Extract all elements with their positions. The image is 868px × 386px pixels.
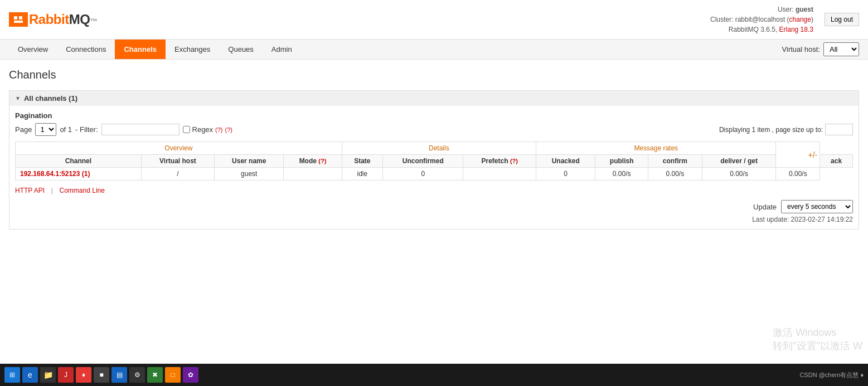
plus-minus-header[interactable]: +/- (776, 142, 820, 168)
filter-input[interactable] (101, 124, 180, 135)
displaying-label: Displaying 1 item , page size up to: (719, 126, 823, 134)
erlang-link[interactable]: Erlang 18.3 (779, 26, 813, 33)
cell-state: idle (342, 168, 382, 180)
svg-rect-3 (14, 21, 23, 23)
nav-item-channels[interactable]: Channels (115, 40, 166, 59)
cell-publish: 0.00/s (595, 168, 648, 180)
col-virtual-host: Virtual host (141, 155, 214, 168)
link-separator: | (51, 187, 53, 194)
mode-help-link[interactable]: (?) (318, 158, 326, 164)
cell-ack: 0.00/s (776, 168, 820, 180)
col-deliver-get: deliver / get (702, 155, 776, 168)
page-content: Channels ▼ All channels (1) Pagination P… (0, 60, 868, 247)
cell-user-name: guest (215, 168, 284, 180)
logo-text: RabbitMQ™ (29, 12, 98, 27)
overview-group-header: Overview (16, 142, 342, 155)
pagination-row: Page 1 of 1 - Filter: Regex (?) (?) (15, 123, 853, 136)
section-count: (1) (69, 94, 77, 102)
user-info: User: guest Cluster: rabbit@localhost (c… (710, 4, 813, 35)
nav-bar: Overview Connections Channels Exchanges … (0, 40, 868, 60)
col-state: State (342, 155, 382, 168)
command-line-link[interactable]: Command Line (60, 187, 105, 194)
cell-mode (284, 168, 342, 180)
cell-channel[interactable]: 192.168.64.1:52123 (1) (16, 168, 142, 180)
page-select[interactable]: 1 (35, 123, 56, 136)
cluster-label: Cluster: (710, 16, 733, 23)
cell-unacked: 0 (536, 168, 595, 180)
cluster-change-link[interactable]: change (789, 16, 811, 23)
logout-button[interactable]: Log out (825, 13, 859, 26)
http-api-link[interactable]: HTTP API (15, 187, 45, 194)
nav-item-connections[interactable]: Connections (57, 40, 115, 59)
update-select[interactable]: every 5 seconds every 10 seconds every 3… (781, 200, 853, 213)
col-confirm: confirm (648, 155, 702, 168)
message-rates-group-header: Message rates (536, 142, 776, 155)
nav-links: Overview Connections Channels Exchanges … (9, 40, 301, 59)
user-label: User: (778, 6, 794, 13)
col-ack: ack (820, 155, 853, 168)
cluster-value: rabbit@localhost (735, 16, 785, 23)
section-title: All channels (1) (24, 94, 77, 102)
regex-checkbox[interactable] (183, 126, 190, 133)
nav-item-admin[interactable]: Admin (263, 40, 301, 59)
pagination-right: Displaying 1 item , page size up to: 100 (719, 124, 853, 135)
logo-icon (9, 12, 28, 27)
regex-help1-link[interactable]: (?) (215, 126, 222, 133)
top-bar: RabbitMQ™ User: guest Cluster: rabbit@lo… (0, 0, 868, 40)
page-title: Channels (9, 69, 859, 81)
col-unacked: Unacked (536, 155, 595, 168)
last-update-value: 2023-02-27 14:19:22 (791, 216, 853, 223)
last-update: Last update: 2023-02-27 14:19:22 (15, 216, 853, 223)
section-body: Pagination Page 1 of 1 - Filter: Regex (… (9, 106, 859, 229)
section-title-label: All channels (24, 94, 67, 102)
cell-deliver-get: 0.00/s (702, 168, 776, 180)
nav-item-queues[interactable]: Queues (219, 40, 263, 59)
logo: RabbitMQ™ (9, 12, 98, 27)
update-row: Update every 5 seconds every 10 seconds … (15, 200, 853, 213)
channels-table: Overview Details Message rates +/- Chann… (15, 141, 853, 180)
username: guest (796, 6, 813, 13)
svg-rect-1 (14, 16, 17, 19)
page-label: Page (15, 125, 32, 134)
regex-text: Regex (192, 125, 214, 134)
col-prefetch: Prefetch (?) (463, 155, 536, 168)
page-size-input[interactable]: 100 (825, 124, 853, 135)
virtual-host-label: Virtual host: (782, 45, 820, 53)
cell-virtual-host: / (141, 168, 214, 180)
cell-unconfirmed: 0 (383, 168, 463, 180)
table-row: 192.168.64.1:52123 (1) / guest idle 0 0 … (16, 168, 853, 180)
of-label: of 1 (60, 125, 72, 134)
col-publish: publish (595, 155, 648, 168)
virtual-host-area: Virtual host: All / other (782, 42, 859, 56)
regex-help2-link[interactable]: (?) (225, 126, 232, 133)
svg-rect-2 (19, 16, 22, 19)
pagination-left: Page 1 of 1 - Filter: Regex (?) (?) (15, 123, 232, 136)
cell-confirm: 0.00/s (648, 168, 702, 180)
nav-item-overview[interactable]: Overview (9, 40, 57, 59)
version-text: RabbitMQ 3.6.5, (729, 26, 777, 33)
prefetch-help-link[interactable]: (?) (510, 158, 518, 164)
details-group-header: Details (342, 142, 536, 155)
all-channels-section: ▼ All channels (1) Pagination Page 1 of … (9, 90, 859, 229)
filter-label: - Filter: (75, 125, 98, 134)
last-update-label: Last update: (752, 216, 789, 223)
col-channel: Channel (16, 155, 142, 168)
col-user-name: User name (215, 155, 284, 168)
nav-item-exchanges[interactable]: Exchanges (166, 40, 219, 59)
col-mode: Mode (?) (284, 155, 342, 168)
channel-link[interactable]: 192.168.64.1:52123 (1) (20, 170, 90, 178)
col-unconfirmed: Unconfirmed (383, 155, 463, 168)
virtual-host-select[interactable]: All / other (823, 42, 859, 56)
pagination-title: Pagination (15, 111, 853, 120)
svg-rect-0 (12, 14, 25, 25)
update-label: Update (753, 203, 777, 211)
section-header-all-channels[interactable]: ▼ All channels (1) (9, 91, 859, 106)
collapse-arrow-icon: ▼ (15, 95, 21, 101)
regex-label: Regex (?) (?) (183, 125, 232, 134)
bottom-links: HTTP API | Command Line (15, 186, 853, 194)
cell-prefetch (463, 168, 536, 180)
